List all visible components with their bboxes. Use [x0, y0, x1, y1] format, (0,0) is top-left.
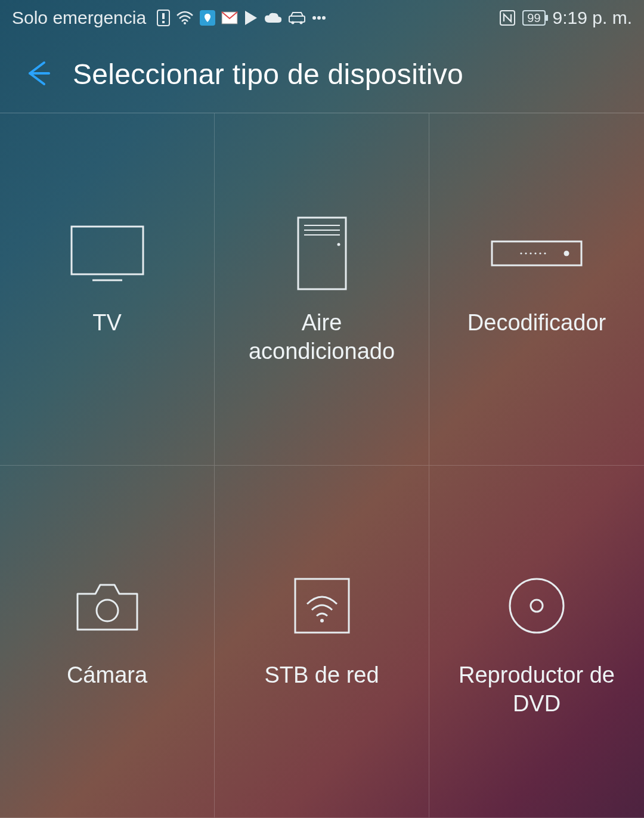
device-dvd[interactable]: Reproductor de DVD — [429, 466, 644, 818]
device-camera-label: Cámara — [56, 661, 158, 690]
svg-rect-16 — [298, 218, 346, 289]
svg-point-31 — [320, 619, 324, 622]
svg-point-20 — [337, 243, 340, 246]
battery-level-text: 99 — [527, 12, 540, 24]
svg-rect-6 — [289, 16, 305, 22]
back-button[interactable] — [14, 51, 62, 98]
svg-point-3 — [184, 22, 186, 24]
svg-point-7 — [292, 21, 295, 24]
battery-indicator: 99 — [522, 10, 545, 26]
device-type-grid: TV Aire acondicionado — [0, 113, 644, 818]
svg-point-10 — [317, 16, 321, 20]
svg-point-33 — [531, 600, 543, 612]
svg-point-11 — [322, 16, 326, 20]
device-ac[interactable]: Aire acondicionado — [215, 113, 429, 466]
device-netstb-label: STB de red — [253, 661, 389, 690]
device-tv-label: TV — [82, 309, 132, 337]
more-icon — [312, 16, 326, 20]
svg-point-24 — [530, 252, 531, 254]
network-status-text: Solo emergencia — [12, 8, 146, 28]
svg-point-25 — [534, 252, 536, 254]
svg-point-32 — [510, 579, 564, 633]
arrow-left-icon — [21, 57, 55, 92]
wifi-icon — [176, 11, 194, 25]
svg-point-28 — [564, 251, 569, 256]
device-stb[interactable]: Decodificador — [429, 113, 644, 466]
page-title: Seleccionar tipo de dispositivo — [73, 58, 463, 91]
svg-point-8 — [300, 21, 303, 24]
camera-icon — [72, 555, 143, 656]
dvd-icon — [504, 555, 569, 656]
svg-rect-1 — [162, 13, 165, 19]
svg-point-26 — [539, 252, 541, 254]
stb-icon — [489, 203, 584, 304]
sim-alert-icon — [157, 10, 170, 26]
ac-icon — [292, 203, 352, 304]
device-stb-label: Decodificador — [457, 309, 617, 337]
app-icon — [200, 10, 215, 26]
svg-point-22 — [520, 252, 522, 254]
device-ac-label: Aire acondicionado — [215, 309, 429, 365]
svg-rect-2 — [162, 21, 165, 23]
cloud-icon — [264, 12, 282, 24]
play-store-icon — [244, 10, 258, 26]
netstb-icon — [289, 555, 355, 656]
svg-point-27 — [544, 252, 546, 254]
clock-text: 9:19 p. m. — [553, 8, 632, 28]
device-camera[interactable]: Cámara — [0, 466, 215, 818]
tv-icon — [66, 203, 149, 304]
svg-point-9 — [312, 16, 316, 20]
device-netstb[interactable]: STB de red — [215, 466, 429, 818]
svg-point-23 — [525, 252, 527, 254]
nfc-icon — [500, 10, 515, 26]
mail-icon — [221, 11, 238, 24]
device-dvd-label: Reproductor de DVD — [429, 661, 644, 718]
svg-rect-14 — [72, 227, 143, 274]
app-bar: Seleccionar tipo de dispositivo — [0, 36, 644, 113]
status-bar: Solo emergencia — [0, 0, 644, 36]
device-tv[interactable]: TV — [0, 113, 215, 466]
status-icons-left — [157, 10, 326, 26]
svg-point-29 — [97, 600, 118, 621]
car-icon — [288, 11, 306, 24]
